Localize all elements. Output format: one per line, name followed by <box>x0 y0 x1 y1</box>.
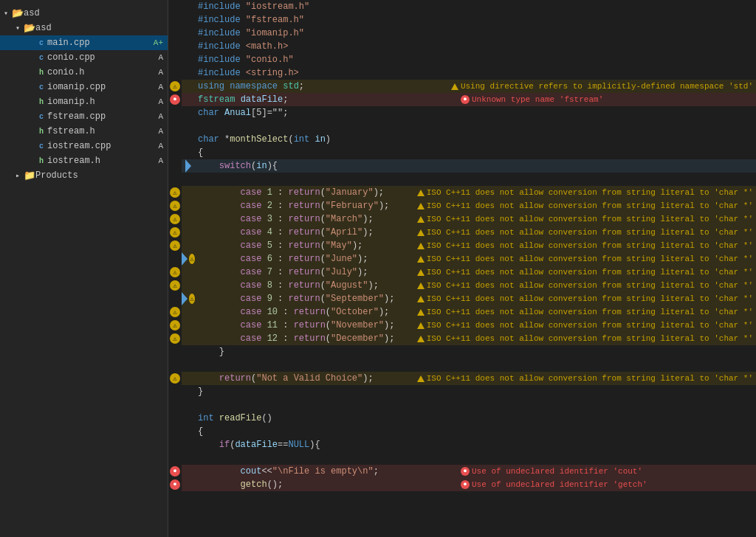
line-marker <box>182 266 195 279</box>
warn-message: ISO C++11 does not allow conversion from… <box>417 215 753 224</box>
code-content: case 8 : return("August"); <box>195 279 417 292</box>
line-gutter <box>168 133 182 146</box>
line-message: ISO C++11 does not allow conversion from… <box>417 292 756 305</box>
code-line-18: ⚠ case 4 : return("April"); ISO C++11 do… <box>168 226 756 239</box>
line-gutter: ⚠ <box>168 372 182 385</box>
line-marker <box>182 478 195 491</box>
tree-item-iomanip-h[interactable]: hiomanip.hA <box>0 94 168 109</box>
line-gutter: ⚠ <box>168 226 182 239</box>
tree-item-root-folder[interactable]: ▾📂asd <box>0 6 168 21</box>
warn-message: ISO C++11 does not allow conversion from… <box>417 254 753 263</box>
tree-item-iostream-cpp[interactable]: ciostream.cppA <box>0 139 168 153</box>
line-gutter: ● <box>168 465 182 478</box>
file-icon: c <box>35 113 47 121</box>
code-line-12: { <box>168 146 756 159</box>
line-marker <box>182 385 195 398</box>
code-line-6: #include <string.h> <box>168 66 756 80</box>
line-marker <box>182 119 195 133</box>
tree-item-fstream-cpp[interactable]: cfstream.cppA <box>0 109 168 124</box>
code-line-2: #include "fstream.h" <box>168 13 756 27</box>
tree-item-iomanip-cpp[interactable]: ciomanip.cppA <box>0 80 168 94</box>
line-message: ISO C++11 does not allow conversion from… <box>417 266 756 279</box>
tree-item-label: asd <box>35 23 168 33</box>
line-marker <box>182 80 195 93</box>
code-line-7: ⚠using namespace std; Using directive re… <box>168 80 756 93</box>
code-scroll[interactable]: #include "iostream.h"#include "fstream.h… <box>168 0 756 537</box>
tree-item-fstream-h[interactable]: hfstream.hA <box>0 124 168 139</box>
code-content: { <box>195 425 756 438</box>
warn-icon: ⚠ <box>170 307 180 317</box>
code-line-32: int readFile() <box>168 412 756 425</box>
tree-item-badge: A <box>158 156 168 165</box>
line-marker <box>182 146 195 159</box>
line-message: ISO C++11 does not allow conversion from… <box>417 305 756 319</box>
code-line-3: #include "iomanip.h" <box>168 27 756 40</box>
line-gutter <box>168 27 182 40</box>
tree-item-conio-h[interactable]: hconio.hA <box>0 65 168 80</box>
warn-message: ISO C++11 does not allow conversion from… <box>417 241 753 250</box>
code-line-15: ⚠ case 1 : return("January"); ISO C++11 … <box>168 186 756 199</box>
tree-item-sub-folder[interactable]: ▾📂asd <box>0 21 168 35</box>
folder-icon: 📂 <box>12 7 24 19</box>
code-editor: #include "iostream.h"#include "fstream.h… <box>168 0 756 537</box>
code-content: char Anual[5]=""; <box>195 106 756 119</box>
warn-icon: ⚠ <box>170 201 180 211</box>
code-content: switch(in){ <box>195 159 756 173</box>
line-gutter <box>168 0 182 13</box>
code-content: case 1 : return("January"); <box>195 186 417 199</box>
code-content: fstream dataFile; <box>195 93 461 106</box>
line-gutter <box>168 358 182 372</box>
code-content: } <box>195 385 756 398</box>
warn-triangle-icon <box>417 296 425 302</box>
file-icon: c <box>35 39 47 47</box>
error-circle-icon: ● <box>461 95 470 104</box>
warn-message: ISO C++11 does not allow conversion from… <box>417 308 753 316</box>
line-message: ISO C++11 does not allow conversion from… <box>417 199 756 212</box>
tree-item-products-folder[interactable]: ▸📁Products <box>0 168 168 183</box>
line-marker <box>182 186 195 199</box>
line-marker <box>182 212 195 226</box>
code-line-35 <box>168 451 756 465</box>
line-gutter <box>168 385 182 398</box>
warn-message: ISO C++11 does not allow conversion from… <box>417 201 753 210</box>
line-gutter <box>168 146 182 159</box>
line-message: ISO C++11 does not allow conversion from… <box>417 332 756 345</box>
code-content: } <box>195 345 756 358</box>
line-marker <box>182 66 195 80</box>
line-marker <box>182 279 195 292</box>
line-gutter <box>168 53 182 66</box>
line-gutter <box>168 398 182 412</box>
tree-item-iostream-h[interactable]: hiostream.hA <box>0 153 168 168</box>
code-content: using namespace std; <box>195 80 451 93</box>
code-lines: #include "iostream.h"#include "fstream.h… <box>168 0 756 491</box>
tree-item-badge: A <box>158 142 168 150</box>
line-marker <box>182 199 195 212</box>
warn-icon: ⚠ <box>170 187 180 198</box>
tree-item-label: conio.cpp <box>47 52 158 63</box>
code-line-5: #include "conio.h" <box>168 53 756 66</box>
tree-item-main-cpp[interactable]: cmain.cppA+ <box>0 35 168 50</box>
code-content <box>195 119 756 133</box>
line-gutter: ⚠ <box>168 80 182 93</box>
error-circle-icon: ● <box>461 467 470 476</box>
file-tree: ▾📂asd▾📂asdcmain.cppA+cconio.cppAhconio.h… <box>0 6 168 537</box>
line-marker <box>182 305 195 319</box>
tree-item-label: fstream.h <box>47 126 158 136</box>
line-marker <box>182 425 195 438</box>
tree-item-label: iostream.cpp <box>47 141 158 151</box>
warn-triangle-icon <box>417 309 425 316</box>
code-line-14 <box>168 173 756 186</box>
line-gutter: ⚠ <box>168 266 182 279</box>
code-line-34: if(dataFile==NULL){ <box>168 438 756 451</box>
code-content: #include "conio.h" <box>195 53 756 66</box>
line-gutter: ⚠ <box>168 305 182 319</box>
tree-item-conio-cpp[interactable]: cconio.cppA <box>0 50 168 65</box>
line-gutter <box>168 159 182 173</box>
code-content: case 10 : return("October"); <box>195 305 417 319</box>
project-header <box>0 0 168 6</box>
tree-item-label: iomanip.cpp <box>47 82 158 92</box>
warn-message: ISO C++11 does not allow conversion from… <box>417 294 753 303</box>
code-line-17: ⚠ case 3 : return("March"); ISO C++11 do… <box>168 212 756 226</box>
line-marker <box>182 451 195 465</box>
line-message: ISO C++11 does not allow conversion from… <box>417 239 756 252</box>
